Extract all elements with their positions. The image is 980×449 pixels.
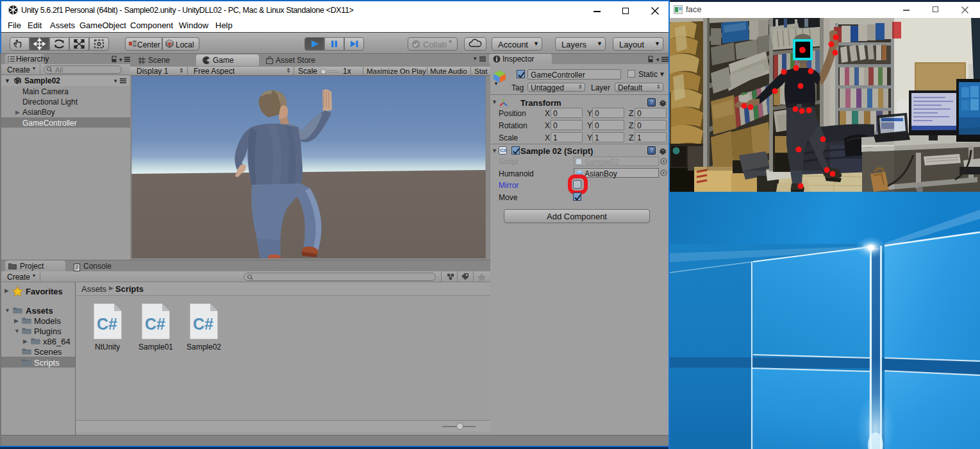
svg-text:C#: C# xyxy=(97,315,117,333)
svg-text:C#: C# xyxy=(145,315,165,333)
svg-text:C#: C# xyxy=(193,315,213,333)
